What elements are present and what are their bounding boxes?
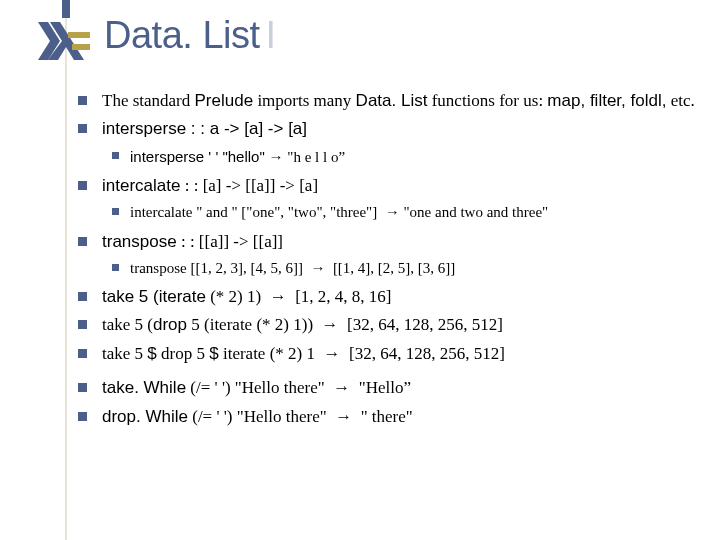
bullet-dollar: take 5 $ drop 5 $ iterate (* 2) 1 → [32,…: [72, 341, 700, 367]
bullet-transpose: transpose : : [[a]] -> [[a]]: [72, 229, 700, 255]
bullet-take-iterate: take 5 (iterate (* 2) 1) → [1, 2, 4, 8, …: [72, 284, 700, 310]
sub-intersperse-ex: intersperse ' ' "hello" → "h e l l o”: [72, 145, 700, 169]
slide-body: The standard Prelude imports many Data. …: [72, 88, 700, 432]
slide-title: Data. ListI: [104, 14, 276, 57]
svg-rect-3: [72, 44, 90, 50]
title-main: Data. List: [104, 14, 260, 56]
bullet-prelude: The standard Prelude imports many Data. …: [72, 88, 700, 114]
top-tick: [62, 0, 70, 18]
title-suffix: I: [266, 14, 276, 56]
bullet-intercalate: intercalate : : [a] -> [[a]] -> [a]: [72, 173, 700, 199]
sub-transpose-ex: transpose [[1, 2, 3], [4, 5, 6]] → [[1, …: [72, 257, 700, 280]
bullet-dropwhile: drop. While (/= ' ') "Hello there" → " t…: [72, 404, 700, 430]
bullet-intersperse: intersperse : : a -> [a] -> [a]: [72, 116, 700, 142]
sub-intercalate-ex: intercalate " and " ["one", "two", "thre…: [72, 201, 700, 224]
bullet-take-drop: take 5 (drop 5 (iterate (* 2) 1)) → [32,…: [72, 312, 700, 338]
bullet-takewhile: take. While (/= ' ') "Hello there" → "He…: [72, 375, 700, 401]
svg-rect-2: [68, 32, 90, 38]
side-line: [65, 0, 67, 540]
haskell-logo-icon: [38, 22, 92, 60]
